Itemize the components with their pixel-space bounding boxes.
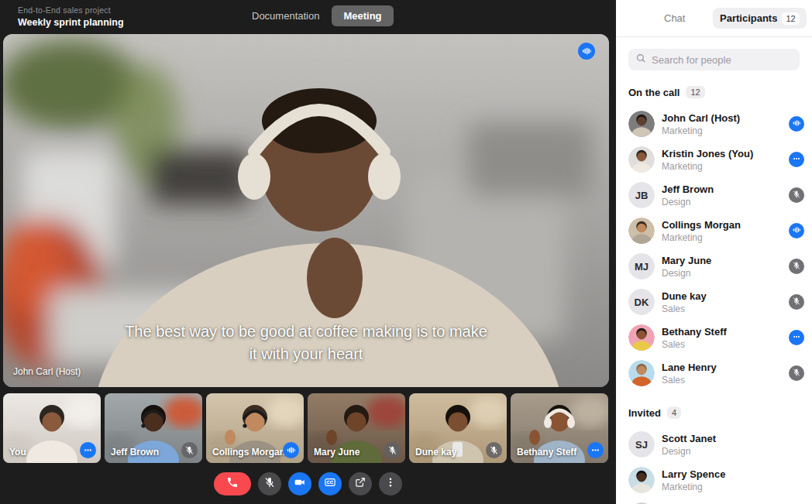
mic-off-icon	[792, 366, 801, 380]
mic-off-icon	[489, 445, 499, 455]
participants-list: On the call12 John Carl (Host)Marketing …	[616, 86, 812, 504]
speaking-indicator-badge	[789, 223, 804, 238]
mic-off-icon	[792, 295, 801, 309]
section-count-badge: 4	[667, 406, 681, 419]
participant-info: Collings MorganMarketing	[662, 219, 741, 243]
participant-row[interactable]: Bethany SteffSales	[616, 320, 812, 355]
search-input[interactable]	[652, 54, 793, 66]
avatar: MJ	[628, 253, 655, 279]
participant-row[interactable]: SJScott JanetDesign	[616, 427, 812, 462]
participant-name: Mary June	[662, 255, 711, 266]
microphone-button[interactable]	[258, 472, 281, 495]
participant-role: Marketing	[662, 125, 740, 136]
participant-role: Design	[662, 268, 711, 279]
hang-up-button[interactable]	[214, 472, 251, 495]
mic-off-icon	[792, 259, 801, 273]
mic-muted-indicator-badge	[789, 365, 804, 381]
mic-muted-indicator-badge	[486, 442, 502, 458]
live-caption: The best way to be good at coffee making…	[3, 321, 609, 365]
more-options-badge[interactable]	[80, 442, 96, 458]
more-options-badge[interactable]	[789, 152, 804, 167]
more-options-badge[interactable]	[789, 330, 804, 345]
participant-info: Jeff BrownDesign	[662, 183, 714, 207]
svg-text:JB: JB	[635, 190, 649, 201]
participants-count-badge: 12	[782, 12, 799, 25]
meeting-main-panel: End-to-End sales project Weekly sprint p…	[0, 0, 616, 504]
sidebar-panel: Chat Participants 12 On the call12 John …	[616, 0, 812, 504]
participant-row[interactable]: Jacob RickySales	[616, 498, 812, 504]
svg-text:SJ: SJ	[635, 439, 648, 451]
avatar	[628, 360, 655, 386]
mic-muted-indicator-badge	[384, 442, 401, 458]
main-speaker-video: The best way to be good at coffee making…	[3, 34, 609, 387]
audio-wave-icon	[286, 445, 296, 455]
thumbnail-name-label: Dune kay	[415, 447, 456, 458]
participant-role: Sales	[662, 375, 717, 386]
participant-row[interactable]: Larry SpenceMarketing	[616, 462, 812, 498]
thumbnail-name-label: Bethany Steff	[517, 447, 576, 458]
share-button[interactable]	[349, 472, 372, 495]
participant-info: Lane HenrySales	[662, 362, 717, 386]
tab-chat[interactable]: Chat	[664, 12, 685, 24]
camera-button[interactable]	[288, 472, 311, 495]
caption-line-2: it with your heart	[3, 343, 609, 365]
speaking-indicator-badge	[283, 442, 299, 458]
more-options-badge[interactable]	[587, 442, 604, 458]
meeting-app: End-to-End sales project Weekly sprint p…	[0, 0, 812, 504]
section-title: Invited	[628, 407, 661, 419]
participant-name: Dune kay	[662, 290, 707, 302]
video-thumbnail[interactable]: You	[3, 393, 101, 463]
avatar	[628, 218, 655, 244]
participant-row[interactable]: Lane HenrySales	[616, 355, 812, 391]
section-title: On the call	[628, 87, 680, 98]
participant-row[interactable]: DKDune kaySales	[616, 284, 812, 320]
participant-name: Larry Spence	[662, 468, 725, 480]
participant-info: Dune kaySales	[662, 290, 707, 314]
participant-row[interactable]: JBJeff BrownDesign	[616, 177, 812, 213]
video-thumbnail[interactable]: Collings Morgan	[206, 393, 304, 463]
avatar: DK	[628, 289, 655, 315]
video-thumbnail[interactable]: Bethany Steff	[511, 393, 608, 463]
participant-name: Jeff Brown	[662, 183, 714, 195]
more-button[interactable]	[379, 472, 402, 495]
participant-row[interactable]: Kristin Jones (You)Marketing	[616, 142, 812, 177]
meeting-meta: End-to-End sales project Weekly sprint p…	[18, 5, 124, 28]
cc-icon	[324, 476, 336, 491]
participant-row[interactable]: MJMary JuneDesign	[616, 249, 812, 284]
ellipsis-icon	[792, 153, 801, 166]
tab-documentation[interactable]: Documentation	[252, 10, 319, 22]
video-thumbnail[interactable]: Dune kay	[409, 393, 507, 463]
participant-row[interactable]: Collings MorganMarketing	[616, 213, 812, 249]
captions-button[interactable]	[318, 472, 342, 495]
participant-role: Design	[662, 197, 714, 207]
avatar	[628, 111, 655, 137]
thumbnail-name-label: Collings Morgan	[212, 447, 285, 458]
section-count-badge: 12	[686, 86, 704, 98]
mic-muted-indicator-badge	[181, 442, 198, 458]
people-search[interactable]	[628, 49, 800, 70]
svg-text:DK: DK	[635, 297, 649, 308]
phone-icon	[226, 476, 239, 491]
participant-name: Bethany Steff	[662, 326, 727, 338]
kebab-icon	[384, 476, 397, 491]
participant-name: John Carl (Host)	[662, 112, 740, 124]
mic-off-icon	[184, 445, 194, 455]
participant-info: Kristin Jones (You)Marketing	[662, 148, 753, 172]
avatar	[628, 146, 655, 173]
speaking-indicator-badge	[789, 116, 804, 132]
tab-participants-label: Participants	[720, 12, 777, 24]
meeting-title: Weekly sprint planning	[18, 17, 124, 28]
mic-muted-indicator-badge	[789, 294, 804, 310]
view-tabs: Documentation Meeting	[252, 5, 394, 26]
video-thumbnail[interactable]: Jeff Brown	[105, 393, 202, 463]
video-thumbnail[interactable]: Mary June	[308, 393, 405, 463]
participant-row[interactable]: John Carl (Host)Marketing	[616, 106, 812, 142]
participant-role: Sales	[662, 339, 727, 350]
caption-line-1: The best way to be good at coffee making…	[3, 321, 609, 343]
tab-participants[interactable]: Participants 12	[713, 8, 807, 29]
mic-off-icon	[792, 188, 801, 202]
search-icon	[635, 53, 646, 67]
participant-role: Marketing	[662, 161, 753, 172]
tab-meeting[interactable]: Meeting	[332, 5, 393, 26]
project-name: End-to-End sales project	[18, 5, 124, 15]
